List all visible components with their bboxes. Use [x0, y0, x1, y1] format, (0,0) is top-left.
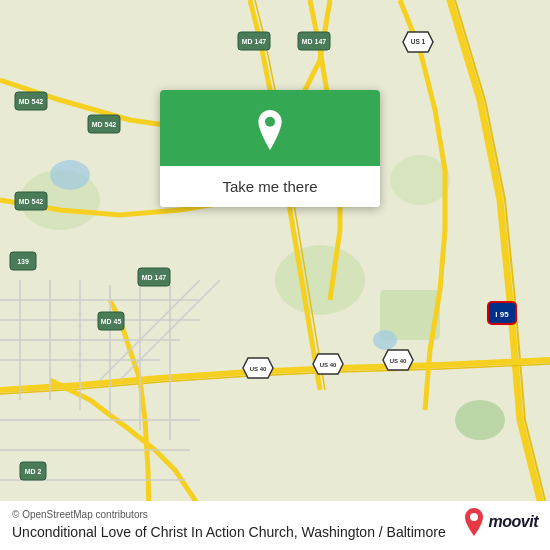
svg-text:MD 45: MD 45 — [101, 318, 122, 325]
location-name: Unconditional Love of Christ In Action C… — [12, 524, 298, 540]
popup-card: Take me there — [160, 90, 380, 207]
svg-text:MD 147: MD 147 — [242, 38, 267, 45]
svg-text:MD 2: MD 2 — [25, 468, 42, 475]
svg-point-52 — [470, 513, 478, 521]
moovit-pin-icon — [463, 508, 485, 536]
svg-text:MD 147: MD 147 — [302, 38, 327, 45]
svg-text:MD 542: MD 542 — [19, 98, 44, 105]
svg-point-3 — [390, 155, 450, 205]
svg-point-1 — [275, 245, 365, 315]
svg-text:US 40: US 40 — [390, 358, 407, 364]
moovit-logo: moovit — [463, 508, 538, 536]
moovit-label: moovit — [489, 513, 538, 531]
attribution-text: © OpenStreetMap contributors — [12, 509, 148, 520]
svg-text:MD 147: MD 147 — [142, 274, 167, 281]
svg-point-7 — [373, 330, 397, 350]
location-title: Unconditional Love of Christ In Action C… — [12, 524, 538, 540]
svg-text:US 40: US 40 — [250, 366, 267, 372]
svg-point-51 — [265, 117, 275, 127]
location-region: Washington / Baltimore — [302, 524, 446, 540]
svg-text:139: 139 — [17, 258, 29, 265]
attribution: © OpenStreetMap contributors — [12, 509, 538, 520]
map-svg: MD 542 MD 542 MD 542 MD 147 MD 147 MD 14… — [0, 0, 550, 550]
svg-text:US 40: US 40 — [320, 362, 337, 368]
popup-green-area — [160, 90, 380, 166]
svg-point-5 — [455, 400, 505, 440]
location-pin-icon — [250, 110, 290, 150]
svg-text:I 95: I 95 — [495, 310, 509, 319]
take-me-there-button[interactable]: Take me there — [160, 166, 380, 207]
map-container: MD 542 MD 542 MD 542 MD 147 MD 147 MD 14… — [0, 0, 550, 550]
svg-text:MD 542: MD 542 — [19, 198, 44, 205]
svg-text:MD 542: MD 542 — [92, 121, 117, 128]
svg-text:US 1: US 1 — [411, 38, 426, 45]
svg-point-6 — [50, 160, 90, 190]
svg-rect-0 — [0, 0, 550, 550]
